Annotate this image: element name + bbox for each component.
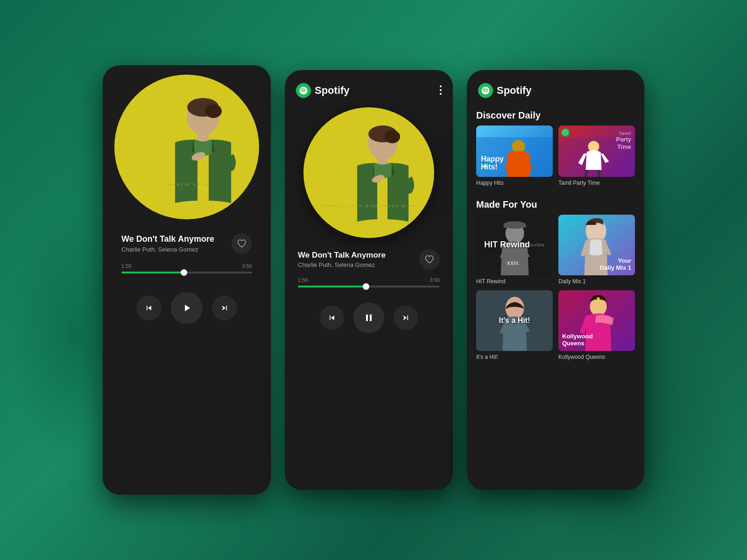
happy-hits-card[interactable]: HappyHits! Happy Hits xyxy=(476,126,553,188)
tamil-badge-icon xyxy=(563,130,568,135)
phone-mid-header: Spotify xyxy=(285,70,453,103)
tamil-artwork: Tamil PartyTime xyxy=(558,126,635,177)
daily-mix-text: YourDaily Mix 1 xyxy=(600,257,631,272)
tamil-spotify-badge xyxy=(561,128,570,137)
kollywood-artwork: KollywoodQueens xyxy=(558,290,635,351)
svg-rect-4 xyxy=(197,132,209,141)
time-row-left: 1:50 3:50 xyxy=(121,263,252,269)
progress-dot-left xyxy=(181,269,187,276)
album-title-left: CHARLIE PUTH xyxy=(164,182,209,187)
album-artwork-svg-mid xyxy=(303,107,434,238)
happy-hits-artwork: HappyHits! xyxy=(476,126,553,177)
play-button-left[interactable] xyxy=(171,292,203,324)
progress-section-left: 1:50 3:50 xyxy=(103,259,271,278)
progress-dot-mid xyxy=(363,283,369,290)
hit-rewind-text: HIT Rewind xyxy=(484,240,530,250)
progress-fill-left xyxy=(121,272,184,273)
bottom-spacer xyxy=(467,366,644,375)
tamil-sub-text: Tamil xyxy=(616,131,631,136)
spotify-svg-mid xyxy=(299,86,308,95)
daily-mix-card[interactable]: YourDaily Mix 1 Daily Mix 1 xyxy=(558,215,635,287)
album-art-left: CHARLIE PUTH xyxy=(114,75,259,219)
spotify-svg-right xyxy=(481,86,490,95)
album-artwork-svg xyxy=(114,75,259,219)
made-cards-row1: XXIV. HIT Rewind Goldie HIT Rewind xyxy=(467,215,644,290)
daily-mix-label: Daily Mix 1 xyxy=(558,278,635,287)
kollywood-text: KollywoodQueens xyxy=(562,333,593,347)
prev-icon-left xyxy=(144,303,154,313)
progress-track-mid[interactable] xyxy=(298,286,440,287)
phone-right: Spotify Discover Daily xyxy=(467,70,644,490)
next-button-left[interactable] xyxy=(212,295,237,321)
made-for-you-title: Made For You xyxy=(467,192,644,215)
spotify-icon-mid xyxy=(296,83,311,98)
more-icon-mid xyxy=(440,85,442,95)
spotify-icon-right xyxy=(478,83,493,98)
its-hit-card[interactable]: It's a Hit! It's a Hit! xyxy=(476,290,553,362)
next-icon-mid xyxy=(401,313,410,322)
track-title-left: We Don't Talk Anymore xyxy=(121,234,214,244)
pause-icon-mid xyxy=(363,312,374,323)
tamil-party-card[interactable]: Tamil PartyTime Tamil Party Time xyxy=(558,126,635,188)
its-hit-artwork: It's a Hit! xyxy=(476,290,553,351)
prev-button-mid[interactable] xyxy=(320,306,344,330)
spotify-name-mid: Spotify xyxy=(315,84,350,97)
svg-point-28 xyxy=(506,297,524,319)
track-title-mid: We Don't Talk Anymore xyxy=(298,251,386,260)
svg-point-12 xyxy=(384,130,400,143)
hit-rewind-label: HIT Rewind xyxy=(476,278,553,287)
heart-icon-left xyxy=(237,239,247,248)
svg-point-3 xyxy=(205,104,222,118)
hit-rewind-artwork: XXIV. HIT Rewind Goldie xyxy=(476,215,553,275)
time-row-mid: 1:50 3:50 xyxy=(298,277,440,283)
like-button-left[interactable] xyxy=(232,233,252,254)
spotify-name-right: Spotify xyxy=(497,84,532,97)
svg-rect-23 xyxy=(504,225,526,228)
phone-mid: Spotify CHARLIE PUTH NINE T xyxy=(285,70,453,490)
discover-daily-title: Discover Daily xyxy=(467,103,644,126)
controls-row-left xyxy=(136,278,237,338)
kollywood-label: Kollywood Queens xyxy=(558,354,635,362)
kollywood-card[interactable]: KollywoodQueens Kollywood Queens xyxy=(558,290,635,362)
track-artist-left: Charlie Puth, Selena Gomez xyxy=(121,246,214,253)
discover-cards-row: HappyHits! Happy Hits Tamil PartyTime xyxy=(467,126,644,192)
its-hit-text: It's a Hit! xyxy=(499,316,530,325)
controls-row-mid xyxy=(285,291,453,344)
made-cards-row2: It's a Hit! It's a Hit! xyxy=(467,290,644,366)
tamil-label: Tamil Party Time xyxy=(558,180,635,188)
progress-track-left[interactable] xyxy=(121,272,252,273)
album-title-mid: CHARLIE PUTH NINE TRACK MIND xyxy=(322,204,416,208)
happy-hits-label: Happy Hits xyxy=(476,180,553,188)
current-time-left: 1:50 xyxy=(121,263,131,269)
its-hit-label: It's a Hit! xyxy=(476,354,553,362)
hit-rewind-card[interactable]: XXIV. HIT Rewind Goldie HIT Rewind xyxy=(476,215,553,287)
total-time-left: 3:50 xyxy=(242,263,252,269)
svg-point-8 xyxy=(440,93,442,95)
current-time-mid: 1:50 xyxy=(298,277,308,283)
phone-right-header: Spotify xyxy=(467,70,644,103)
prev-icon-mid xyxy=(327,313,337,322)
next-button-mid[interactable] xyxy=(394,306,418,330)
progress-section-mid: 1:50 3:50 xyxy=(285,273,453,291)
like-button-mid[interactable] xyxy=(419,249,440,270)
happy-hits-text: HappyHits! xyxy=(481,155,504,171)
more-button-mid[interactable] xyxy=(440,85,442,96)
hit-sub-text: Goldie xyxy=(530,243,545,247)
heart-icon-mid xyxy=(425,255,434,264)
svg-point-7 xyxy=(440,89,442,91)
track-info-mid: We Don't Talk Anymore Charlie Puth, Sele… xyxy=(285,238,453,273)
phone-left: CHARLIE PUTH We Don't Talk Anymore Charl… xyxy=(103,65,271,495)
prev-button-left[interactable] xyxy=(136,295,162,321)
spotify-logo-right: Spotify xyxy=(478,83,532,98)
svg-point-16 xyxy=(512,140,525,153)
daily-mix-artwork: YourDaily Mix 1 xyxy=(558,215,635,275)
track-info-left: We Don't Talk Anymore Charlie Puth, Sele… xyxy=(103,219,271,259)
tamil-figure xyxy=(558,137,635,177)
pause-button-mid[interactable] xyxy=(353,302,384,333)
svg-rect-13 xyxy=(377,156,388,165)
svg-point-17 xyxy=(564,131,567,134)
svg-point-6 xyxy=(440,85,442,87)
total-time-mid: 3:50 xyxy=(430,277,440,283)
album-art-mid: CHARLIE PUTH NINE TRACK MIND xyxy=(303,107,434,238)
svg-point-32 xyxy=(597,297,600,300)
